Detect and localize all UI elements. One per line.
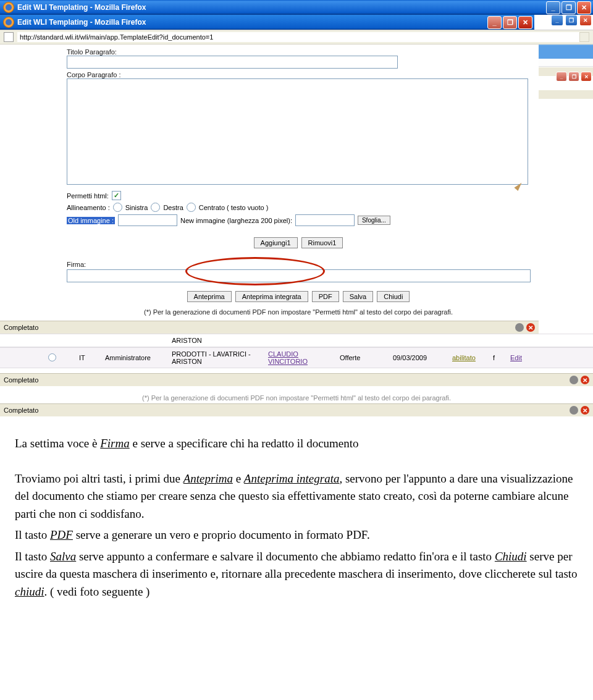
titolo-label: Titolo Paragrafo: [67, 48, 530, 56]
table-row: IT Amministratore PRODOTTI - LAVATRICI -… [0, 347, 593, 368]
align-destra-label: Destra [163, 204, 183, 211]
table-row: ARISTON [0, 334, 593, 347]
inner-maximize-button[interactable]: ❐ [503, 16, 517, 29]
new-immagine-label: New immagine (larghezza 200 pixel): [180, 217, 292, 224]
chiudi-button[interactable]: Chiudi [377, 291, 410, 302]
article-body: La settima voce è Firma e serve a specif… [0, 416, 593, 619]
maximize-button[interactable]: ❐ [561, 1, 576, 14]
cell-prod: PRODOTTI - LAVATRICI - ARISTON [167, 350, 263, 365]
firma-label: Firma: [67, 261, 530, 268]
titolo-input[interactable] [67, 56, 398, 69]
outer-window-title: Edit WLI Templating - Mozilla Firefox [17, 3, 146, 12]
lock-icon [579, 32, 589, 42]
cell-edit-link[interactable]: Edit [505, 354, 540, 361]
inner-close-button[interactable]: ✕ [518, 16, 532, 29]
anteprima-integrata-button[interactable]: Anteprima integrata [235, 291, 308, 302]
aggiungi-button[interactable]: Aggiungi1 [254, 237, 298, 248]
inner-minimize-button[interactable]: _ [487, 16, 502, 29]
sfoglia-button[interactable]: Sfoglia... [358, 216, 390, 225]
permetti-html-label: Permetti html: [67, 192, 109, 200]
bg2-maximize-button[interactable]: ❐ [568, 72, 579, 82]
row-radio[interactable] [48, 353, 56, 361]
cell-f: f [488, 354, 505, 361]
term-salva: Salva [50, 550, 76, 563]
align-sinistra-label: Sinistra [125, 204, 148, 211]
outer-window-titlebar: Edit WLI Templating - Mozilla Firefox _ … [0, 0, 593, 15]
align-destra-radio[interactable] [151, 203, 160, 212]
corpo-label: Corpo Paragrafo : [67, 71, 530, 78]
allineamento-label: Allineamento : [67, 204, 110, 211]
permetti-html-checkbox[interactable]: ✓ [112, 191, 121, 200]
bg-menubar-stub [539, 59, 593, 67]
cell-date: 09/03/2009 [388, 354, 447, 361]
firma-input[interactable] [67, 269, 531, 282]
cell-person-link[interactable]: CLAUDIO VINCITORIO [263, 350, 335, 365]
align-centrato-radio[interactable] [187, 203, 196, 212]
bug-icon [570, 406, 578, 415]
anteprima-button[interactable]: Anteprima [187, 291, 232, 302]
term-anteprima: Anteprima [183, 472, 233, 485]
rimuovi-button[interactable]: Rimuovi1 [301, 237, 343, 248]
inner-statusbar: Completato ✕ [0, 321, 539, 334]
bg-toolbar-stub [539, 44, 593, 59]
cell-role: Amministratore [100, 354, 167, 361]
align-centrato-label: Centrato ( testo vuoto ) [199, 204, 269, 211]
new-immagine-input[interactable] [295, 214, 355, 226]
salva-button[interactable]: Salva [343, 291, 374, 302]
old-immagine-input[interactable] [118, 214, 177, 226]
old-immagine-label: Old immagine : [67, 217, 115, 224]
edit-pencil-icon [514, 181, 523, 191]
term-chiudi-2: chiudi [15, 585, 44, 598]
bg-footer-note: (*) Per la generazione di documenti PDF … [0, 392, 593, 403]
cell-state-link[interactable]: abilitato [447, 354, 488, 361]
bg-close-button[interactable]: ✕ [579, 15, 592, 26]
bg-maximize-button[interactable]: ❐ [565, 15, 578, 26]
url-input[interactable] [17, 32, 579, 42]
mid-statusbar: Completato ✕ [0, 373, 593, 386]
adblock-icon[interactable]: ✕ [526, 323, 535, 332]
cell-lang: IT [74, 354, 100, 361]
close-button[interactable]: ✕ [577, 1, 591, 14]
align-sinistra-radio[interactable] [113, 203, 122, 212]
term-anteprima-integrata: Anteprima integrata [244, 472, 340, 485]
firefox-icon [3, 2, 14, 13]
pdf-note-text: (*) Per la generazione di documenti PDF … [67, 308, 530, 316]
firefox-icon [3, 17, 14, 28]
pdf-button[interactable]: PDF [312, 291, 339, 302]
bg2-minimize-button[interactable]: _ [556, 72, 567, 82]
corpo-textarea[interactable] [67, 78, 528, 185]
adblock-icon[interactable]: ✕ [581, 406, 589, 415]
term-pdf: PDF [50, 528, 73, 541]
outer-status-text: Completato [4, 407, 38, 414]
page-icon [4, 32, 14, 42]
inner-window-title: Edit WLI Templating - Mozilla Firefox [17, 18, 146, 27]
cell-ariston: ARISTON [167, 337, 263, 344]
address-bar [0, 30, 593, 44]
bg-minimize-button[interactable]: _ [551, 15, 563, 26]
bg2-close-button[interactable]: ✕ [581, 72, 592, 82]
term-chiudi: Chiudi [495, 550, 527, 563]
inner-window-titlebar: Edit WLI Templating - Mozilla Firefox _ … [0, 15, 534, 30]
outer-statusbar: Completato ✕ [0, 403, 593, 416]
mid-status-text: Completato [4, 376, 38, 384]
inner-status-text: Completato [4, 324, 38, 331]
term-firma: Firma [100, 437, 130, 450]
cell-offerte: Offerte [335, 354, 388, 361]
bug-icon [515, 323, 524, 332]
minimize-button[interactable]: _ [546, 1, 560, 14]
bg2-menubar-stub [539, 90, 593, 99]
adblock-icon[interactable]: ✕ [581, 376, 589, 384]
bug-icon [570, 376, 578, 384]
